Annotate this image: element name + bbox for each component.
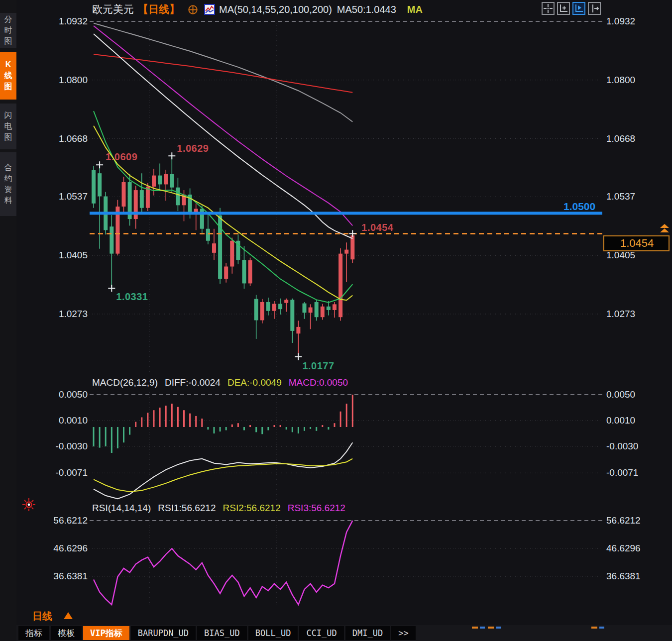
toolbar-bar-shift-icon[interactable] xyxy=(588,2,601,15)
period-up-triangle-icon[interactable] xyxy=(64,612,73,619)
ticker-fragment xyxy=(488,627,494,629)
ticker-fragment xyxy=(496,627,501,629)
bottom-tab-7[interactable]: CCI_UD xyxy=(299,626,343,640)
candle-body xyxy=(344,250,348,254)
rsi-axis-label: 46.6296 xyxy=(30,543,88,554)
rsi-axis-label: 56.6212 xyxy=(30,515,88,526)
ma-settings-label: MA(50,14,55,20,100,200) xyxy=(219,4,332,15)
cross-marker xyxy=(108,285,115,292)
macd-diff-line xyxy=(94,442,352,499)
rsi-title-row: RSI(14,14,14) RSI1:56.6212 RSI2:56.6212 … xyxy=(92,503,345,514)
candle-body xyxy=(206,229,210,241)
candle-body xyxy=(248,260,252,283)
price-annotation: 1.0177 xyxy=(302,360,334,372)
candle-body xyxy=(290,300,294,330)
candle-body xyxy=(158,176,162,185)
price-axis-label: 1.0932 xyxy=(30,16,88,27)
candle-body xyxy=(140,190,144,208)
macd-axis-label: -0.0071 xyxy=(30,467,88,478)
sidebar-item-1[interactable]: 分时图 xyxy=(0,13,16,48)
last-price-badge: 1.0454 xyxy=(603,235,670,251)
candle-body xyxy=(98,173,102,196)
chart-thumbnail-icon[interactable] xyxy=(204,4,215,15)
price-axis-label: 1.0273 xyxy=(30,309,88,320)
rsi2-label: RSI2:56.6212 xyxy=(223,503,281,514)
chart-header: 欧元美元 【日线】 MA(50,14,55,20,100,200) MA50:1… xyxy=(92,2,423,16)
bottom-tab-1[interactable]: 指标 xyxy=(18,626,49,640)
rsi-params-label: RSI(14,14,14) xyxy=(92,503,151,514)
ticker-fragment xyxy=(472,627,478,629)
price-annotation: 1.0454 xyxy=(361,222,393,233)
ma-line-ma14 xyxy=(94,111,352,303)
sidebar-item-4[interactable]: 合约资料 xyxy=(0,152,16,216)
target-icon[interactable] xyxy=(188,4,198,15)
bottom-tab-8[interactable]: DMI_UD xyxy=(345,626,390,640)
bottom-tab-2[interactable]: 模板 xyxy=(51,626,82,640)
toolbar-crosshair-icon[interactable] xyxy=(542,2,555,15)
candle-body xyxy=(110,226,113,253)
toolbar-axis-zoom-icon[interactable] xyxy=(557,2,570,15)
macd-axis-label: 0.0050 xyxy=(30,389,88,400)
blue-line-price-label: 1.0500 xyxy=(563,201,595,213)
candle-body xyxy=(333,304,336,310)
price-axis-label: 1.0800 xyxy=(30,75,88,86)
candle-body xyxy=(260,302,264,320)
macd-title-row: MACD(26,12,9) DIFF:-0.0024 DEA:-0.0049 M… xyxy=(92,377,348,388)
bottom-tab-4[interactable]: BARUPDN_UD xyxy=(131,626,196,640)
ma-line-ma50 xyxy=(94,34,352,238)
macd-dea-line xyxy=(94,459,352,492)
macd-macd-label: MACD:0.0050 xyxy=(289,377,348,388)
ma-line-ma200 xyxy=(94,23,352,122)
sidebar-item-3[interactable]: 闪电图 xyxy=(0,104,16,149)
candle-body xyxy=(164,174,168,185)
macd-axis-label: 0.0010 xyxy=(606,415,635,426)
sidebar-item-2[interactable]: K线图 xyxy=(0,52,16,100)
candle-body xyxy=(176,188,180,206)
price-axis-label: 1.0932 xyxy=(606,16,635,27)
price-axis-label: 1.0668 xyxy=(30,133,88,144)
price-axis-label: 1.0405 xyxy=(30,250,88,261)
candle-body xyxy=(321,307,325,317)
sidebar: 分时图K线图闪电图合约资料 xyxy=(0,0,16,641)
candle-body xyxy=(170,174,174,188)
ma-line-ma100 xyxy=(94,54,352,93)
candle-body xyxy=(218,215,222,279)
candle-body xyxy=(303,304,307,313)
macd-params-label: MACD(26,12,9) xyxy=(92,377,158,388)
ma-line-ma55 xyxy=(94,26,352,226)
toolbar-axis-play-icon[interactable] xyxy=(572,2,585,15)
rsi-axis-label: 36.6381 xyxy=(30,571,88,582)
rsi-line xyxy=(94,521,352,605)
live-indicator-icon xyxy=(22,498,36,514)
cross-marker xyxy=(96,161,103,168)
indicator-tabbar: 指标模板VIP指标BARUPDN_UDBIAS_UDBOLL_UDCCI_UDD… xyxy=(16,625,672,641)
bottom-tab-3[interactable]: VIP指标 xyxy=(83,626,129,640)
price-axis-label: 1.0537 xyxy=(30,191,88,202)
bottom-tab-6[interactable]: BOLL_UD xyxy=(248,626,298,640)
rsi3-label: RSI3:56.6212 xyxy=(288,503,345,514)
candle-body xyxy=(278,304,282,309)
blue-support-line[interactable] xyxy=(90,212,602,214)
symbol-name: 欧元美元 xyxy=(92,2,134,16)
macd-axis-label: -0.0071 xyxy=(606,467,638,478)
bottom-tab-9[interactable]: >> xyxy=(391,626,415,640)
macd-axis-label: -0.0030 xyxy=(606,441,638,452)
candle-body xyxy=(296,327,300,333)
price-axis-label: 1.0668 xyxy=(606,133,635,144)
candle-body xyxy=(272,304,276,311)
chart-canvas[interactable] xyxy=(0,0,672,641)
price-axis-label: 1.0405 xyxy=(606,250,635,261)
candle-body xyxy=(254,299,258,320)
macd-axis-label: 0.0010 xyxy=(30,415,88,426)
timeline-row: 日线 xyxy=(16,607,672,625)
rsi1-label: RSI1:56.6212 xyxy=(158,503,216,514)
period-label[interactable]: 日线 xyxy=(32,610,52,623)
bottom-tab-5[interactable]: BIAS_UD xyxy=(197,626,247,640)
price-axis-label: 1.0537 xyxy=(606,191,635,202)
cross-marker xyxy=(349,230,356,237)
candle-body xyxy=(230,241,234,267)
period-tag[interactable]: 【日线】 xyxy=(138,2,180,16)
price-axis-label: 1.0273 xyxy=(606,309,635,320)
ma50-value-label: MA50:1.0443 xyxy=(337,4,396,15)
macd-axis-label: 0.0050 xyxy=(606,389,635,400)
